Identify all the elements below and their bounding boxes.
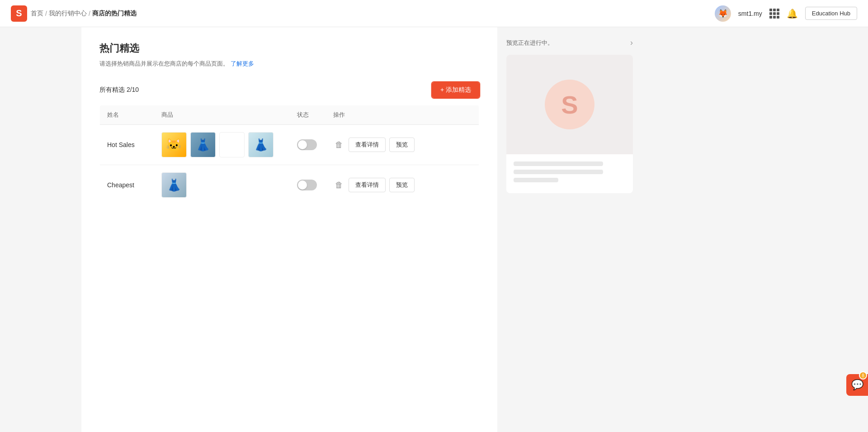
breadcrumb-home[interactable]: 首页: [31, 9, 43, 18]
preview-hot-sales-button[interactable]: 预览: [389, 138, 415, 152]
chevron-right-icon[interactable]: ›: [630, 38, 633, 47]
preview-line-2: [514, 170, 603, 174]
learn-more-link[interactable]: 了解更多: [231, 60, 254, 67]
preview-content-lines: [506, 154, 633, 193]
product-images-hot-sales: 🐱 👗 👗: [161, 132, 283, 157]
row-name-hot-sales: Hot Sales: [100, 125, 154, 165]
preview-line-3: [514, 178, 558, 182]
header-right: 🦊 smt1.my 🔔 Education Hub: [715, 5, 857, 22]
breadcrumb-marketing[interactable]: 我的行销中心: [49, 9, 87, 18]
col-header-name: 姓名: [100, 105, 154, 125]
chat-badge-count: 8: [859, 371, 867, 380]
table-row: Cheapest 👗 🗑 查看详情 预览: [100, 165, 479, 205]
breadcrumb-sep2: /: [89, 10, 90, 17]
product-image-4: 👗: [248, 132, 274, 157]
preview-header: 预览正在进行中。 ›: [506, 38, 633, 47]
section-count: 所有精选 2/10: [99, 86, 139, 94]
shopee-preview-logo: S: [545, 80, 594, 129]
chat-fab-button[interactable]: 💬 8: [846, 374, 868, 396]
page-title: 热门精选: [99, 42, 479, 55]
detail-hot-sales-button[interactable]: 查看详情: [349, 138, 386, 152]
section-header: 所有精选 2/10 + 添加精选: [99, 82, 479, 98]
preview-status-text: 预览正在进行中。: [506, 39, 553, 47]
detail-cheapest-button[interactable]: 查看详情: [349, 178, 386, 192]
row-products-hot-sales: 🐱 👗 👗: [154, 125, 290, 165]
preview-image-area: S: [506, 55, 633, 154]
toggle-cheapest[interactable]: [297, 180, 317, 190]
header: S 首页 / 我的行销中心 / 商店的热门精选 🦊 smt1.my 🔔 Educ…: [0, 0, 868, 27]
product-image-1: 🐱: [161, 132, 187, 157]
row-products-cheapest: 👗: [154, 165, 290, 205]
page-description: 请选择热销商品并展示在您商店的每个商品页面。 了解更多: [99, 60, 479, 68]
preview-line-1: [514, 161, 603, 166]
apps-icon[interactable]: [769, 9, 779, 19]
col-header-action: 操作: [326, 105, 479, 125]
table-header: 姓名 商品 状态 操作: [100, 105, 479, 125]
username-label: smt1.my: [738, 10, 762, 17]
chat-icon: 💬: [851, 379, 863, 391]
add-picks-button[interactable]: + 添加精选: [432, 82, 479, 98]
header-left: S 首页 / 我的行销中心 / 商店的热门精选: [11, 5, 137, 22]
page-layout: 热门精选 请选择热销商品并展示在您商店的每个商品页面。 了解更多 所有精选 2/…: [0, 27, 868, 432]
avatar: 🦊: [715, 5, 731, 22]
table-row: Hot Sales 🐱 👗: [100, 125, 479, 165]
delete-hot-sales-button[interactable]: 🗑: [333, 138, 345, 152]
preview-cheapest-button[interactable]: 预览: [389, 178, 415, 192]
delete-cheapest-button[interactable]: 🗑: [333, 179, 345, 192]
table-body: Hot Sales 🐱 👗: [100, 125, 479, 205]
row-actions-hot-sales: 🗑 查看详情 预览: [326, 125, 479, 165]
col-header-product: 商品: [154, 105, 290, 125]
picks-table: 姓名 商品 状态 操作 Hot Sales 🐱: [99, 105, 479, 205]
breadcrumb: 首页 / 我的行销中心 / 商店的热门精选: [31, 9, 137, 18]
row-actions-cheapest: 🗑 查看详情 预览: [326, 165, 479, 205]
col-header-status: 状态: [290, 105, 326, 125]
row-name-cheapest: Cheapest: [100, 165, 154, 205]
right-panel: 预览正在进行中。 › S: [497, 27, 642, 432]
notification-bell-icon[interactable]: 🔔: [787, 8, 798, 19]
education-hub-button[interactable]: Education Hub: [805, 7, 857, 20]
product-images-cheapest: 👗: [161, 172, 283, 198]
main-content: 热门精选 请选择热销商品并展示在您商店的每个商品页面。 了解更多 所有精选 2/…: [81, 27, 497, 432]
breadcrumb-sep1: /: [45, 10, 47, 17]
preview-card: S: [506, 55, 633, 193]
row-status-hot-sales[interactable]: [290, 125, 326, 165]
toggle-hot-sales[interactable]: [297, 139, 317, 150]
product-image-3: [219, 132, 245, 157]
shopee-logo[interactable]: S: [11, 5, 27, 22]
product-image-cheapest: 👗: [161, 172, 187, 198]
breadcrumb-current: 商店的热门精选: [92, 9, 137, 18]
sidebar: [0, 27, 81, 432]
product-image-2: 👗: [190, 132, 216, 157]
row-status-cheapest[interactable]: [290, 165, 326, 205]
